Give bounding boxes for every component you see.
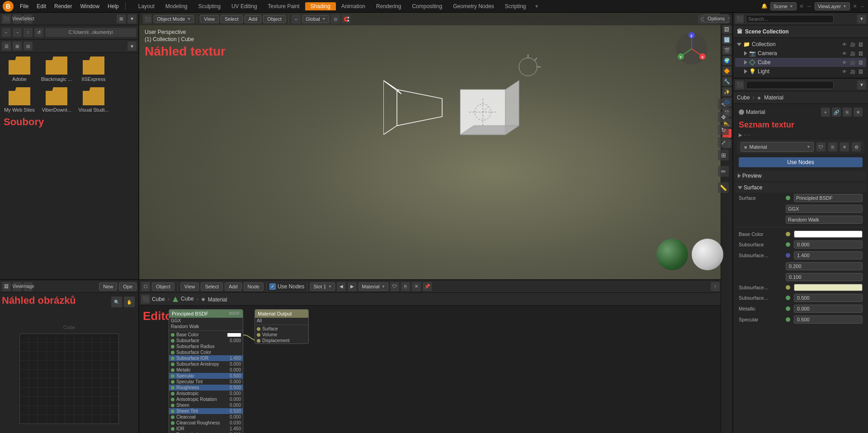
folder-iisexpress[interactable]: IISExpress xyxy=(78,56,109,82)
tab-texture-paint[interactable]: Texture Paint xyxy=(263,2,305,10)
viewlayer-selector[interactable]: ViewLayer ▼ xyxy=(815,2,850,10)
scene-selector[interactable]: Scene ▼ xyxy=(770,2,797,10)
view-btn[interactable]: View xyxy=(13,14,22,24)
list-view-icon[interactable]: ☰ xyxy=(2,42,11,51)
node-view-type[interactable]: ↑ xyxy=(711,282,720,291)
tree-item-collection[interactable]: 📁 Collection 👁 🎥 🖼 xyxy=(735,40,866,49)
material-selector[interactable]: Material ▼ xyxy=(359,282,388,291)
collection-render-icon[interactable]: 🖼 xyxy=(857,41,864,48)
img-editor-icon[interactable]: 🖼 xyxy=(2,282,11,291)
tree-item-camera[interactable]: 📷 Camera 👁 🎥 🖼 xyxy=(735,49,866,58)
move-tool[interactable]: ✥ xyxy=(718,112,729,122)
grid-view2-icon[interactable]: ⊟ xyxy=(24,42,33,51)
mat-pin-icon[interactable]: 📌 xyxy=(423,282,432,291)
folder-adobe[interactable]: Adobe xyxy=(4,56,35,82)
breadcrumb-cube[interactable]: Cube xyxy=(737,94,750,101)
node-row-anisrot[interactable]: Anisotropic Rotation 0.000 xyxy=(169,396,243,402)
grid-view-icon[interactable]: ⊞ xyxy=(13,42,22,51)
node-header-icon[interactable]: ⬛ xyxy=(141,295,150,304)
mat-del-icon[interactable]: ✕ xyxy=(854,108,863,117)
tab-scripting[interactable]: Scripting xyxy=(500,2,532,10)
use-nodes-button[interactable]: Use Nodes xyxy=(739,157,863,167)
tab-compositing[interactable]: Compositing xyxy=(406,2,448,10)
node-row-anisotropic[interactable]: Anisotropic 0.000 xyxy=(169,391,243,396)
material-next-icon[interactable]: ▶ xyxy=(348,282,357,291)
filter-icon[interactable]: ▼ xyxy=(127,14,137,24)
add-workspace-tab[interactable]: + xyxy=(532,2,542,10)
nav-up[interactable]: ↑ xyxy=(24,28,33,37)
subsurface-radius-val2[interactable]: 0.200 xyxy=(786,262,863,270)
mat-shield-icon[interactable]: 🛡 xyxy=(390,282,399,291)
node-select-menu[interactable]: Select xyxy=(201,282,223,291)
light-sel-icon[interactable]: 🎥 xyxy=(849,68,856,75)
tab-modeling[interactable]: Modeling xyxy=(160,2,193,10)
mat-x-icon[interactable]: ✕ xyxy=(840,142,849,151)
left-header-icon1[interactable]: ⬛ xyxy=(2,14,11,24)
node-row-specular[interactable]: Specular 0.500 xyxy=(169,373,243,379)
scale-tool[interactable]: ⤢ xyxy=(718,137,729,148)
tab-layout[interactable]: Layout xyxy=(133,2,160,10)
measure-tool[interactable]: 📏 xyxy=(718,182,729,193)
cube-sel-icon[interactable]: 🎥 xyxy=(849,59,856,66)
node-row-subcolor[interactable]: Subsurface Color xyxy=(169,349,243,355)
right-panel-type-icon[interactable]: ⬛ xyxy=(735,14,744,24)
transform-tool[interactable]: ⊞ xyxy=(718,150,729,160)
props-type-icon[interactable]: ⬛ xyxy=(735,80,744,89)
slot-selector[interactable]: Slot 1 ▼ xyxy=(310,282,335,291)
specular-value[interactable]: 0.500 xyxy=(794,315,863,324)
distribution-select[interactable]: GGX xyxy=(786,205,863,213)
mat-new-icon[interactable]: + xyxy=(821,108,830,117)
rotate-tool[interactable]: ↻ xyxy=(718,124,729,135)
node-row-roughness[interactable]: Roughness 0.500 xyxy=(169,385,243,391)
mat-settings-icon[interactable]: ⚙ xyxy=(852,142,861,151)
folder-blackmagic[interactable]: Blackmagic ... xyxy=(41,56,72,82)
tab-sculpting[interactable]: Sculpting xyxy=(193,2,226,10)
tab-shading[interactable]: Shading xyxy=(305,2,336,10)
node-breadcrumb-material[interactable]: ● Material xyxy=(201,295,227,303)
node-row-sheentint[interactable]: Sheen Tint 0.500 xyxy=(169,408,243,414)
surface-shader-select[interactable]: Principled BSDF xyxy=(794,194,863,202)
subsurface-radius-value[interactable]: 1.400 xyxy=(794,251,863,259)
menu-edit[interactable]: Edit xyxy=(33,2,50,10)
node-breadcrumb-cube1[interactable]: Cube xyxy=(152,296,165,302)
light-render-icon[interactable]: 🖼 xyxy=(857,68,864,75)
subsurface-color-value[interactable] xyxy=(794,284,863,291)
viewport-gizmo[interactable]: Z X Y xyxy=(674,31,710,67)
node-add-menu[interactable]: Add xyxy=(225,282,242,291)
node-breadcrumb-cube2[interactable]: Cube xyxy=(172,296,194,302)
sss-method-select[interactable]: Random Walk xyxy=(786,216,863,224)
folder-visualstudio[interactable]: Visual Studi... xyxy=(78,87,109,113)
use-nodes-toggle[interactable]: ✓ Use Nodes xyxy=(269,283,304,290)
node-principled-bsdf[interactable]: Principled BSDF BSDF GGX Random Walk Bas… xyxy=(169,309,243,433)
select-tool[interactable]: ↖ xyxy=(718,99,729,110)
path-input[interactable]: C:\Users\l...okumenty\ xyxy=(45,28,137,37)
right-filter-icon[interactable]: ▼ xyxy=(857,14,866,24)
mat-delete-icon[interactable]: ✕ xyxy=(412,282,421,291)
view-menu-btn[interactable]: View xyxy=(13,282,22,291)
mat-copy-icon2[interactable]: ⎘ xyxy=(843,108,852,117)
tab-uv-editing[interactable]: UV Editing xyxy=(226,2,263,10)
cube-render-icon[interactable]: 🖼 xyxy=(857,59,864,66)
filter-icon2[interactable]: ▼ xyxy=(127,42,137,51)
node-object-menu[interactable]: Object xyxy=(152,282,175,291)
subsurface-value[interactable]: 0.000 xyxy=(794,240,863,249)
mat-copy-icon[interactable]: ⎘ xyxy=(401,282,410,291)
camera-render-icon[interactable]: 🖼 xyxy=(857,50,864,57)
light-vis-icon[interactable]: 👁 xyxy=(841,68,848,75)
new-image-btn[interactable]: New xyxy=(99,282,117,291)
nav-forward[interactable]: → xyxy=(13,28,22,37)
node-row-clearcoat[interactable]: Clearcoat 0.000 xyxy=(169,414,243,420)
mat-link-icon[interactable]: 🔗 xyxy=(832,108,841,117)
menu-window[interactable]: Window xyxy=(76,2,103,10)
node-row-clearcoatrough[interactable]: Clearcoat Roughness 0.030 xyxy=(169,420,243,426)
camera-vis-icon[interactable]: 👁 xyxy=(841,50,848,57)
node-material-output[interactable]: Material Output All Surface Volume xyxy=(255,309,309,344)
props-search-input[interactable] xyxy=(746,81,834,89)
tree-item-light[interactable]: 💡 Light 👁 🎥 🖼 xyxy=(735,67,866,76)
open-image-btn[interactable]: Ope xyxy=(119,282,137,291)
folder-mywebsites[interactable]: My Web Sites xyxy=(4,87,35,113)
node-row-ior[interactable]: IOR 1.450 xyxy=(169,426,243,432)
image-menu-btn[interactable]: Image xyxy=(24,282,33,291)
viewport-3d[interactable]: ⬛ Object Mode ▼ View Select Add Object ↔… xyxy=(139,13,732,279)
node-editor-icon[interactable]: ⬡ xyxy=(141,282,150,291)
